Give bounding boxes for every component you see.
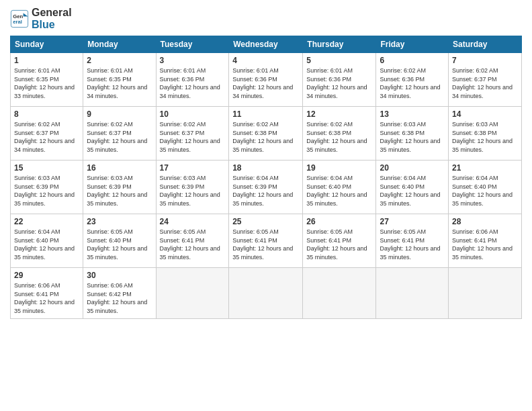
day-number: 15 — [14, 163, 79, 173]
day-cell-30: 30Sunrise: 6:06 AMSunset: 6:42 PMDayligh… — [83, 268, 156, 318]
day-info: Sunrise: 6:04 AMSunset: 6:40 PMDaylight:… — [452, 175, 513, 207]
day-info: Sunrise: 6:01 AMSunset: 6:36 PMDaylight:… — [306, 67, 367, 99]
empty-cell — [303, 268, 376, 318]
day-info: Sunrise: 6:05 AMSunset: 6:40 PMDaylight:… — [87, 228, 147, 261]
logo-blue: Blue — [32, 19, 72, 31]
day-info: Sunrise: 6:03 AMSunset: 6:38 PMDaylight:… — [452, 121, 513, 153]
day-number: 9 — [87, 109, 152, 119]
day-info: Sunrise: 6:05 AMSunset: 6:41 PMDaylight:… — [380, 228, 440, 261]
weekday-header-friday: Friday — [376, 36, 449, 53]
day-number: 27 — [380, 217, 445, 226]
calendar-week-4: 22Sunrise: 6:04 AMSunset: 6:40 PMDayligh… — [11, 214, 522, 268]
day-number: 8 — [14, 109, 79, 119]
day-info: Sunrise: 6:02 AMSunset: 6:37 PMDaylight:… — [452, 67, 513, 99]
day-cell-12: 12Sunrise: 6:02 AMSunset: 6:38 PMDayligh… — [303, 107, 376, 161]
day-info: Sunrise: 6:04 AMSunset: 6:40 PMDaylight:… — [380, 175, 440, 207]
weekday-header-wednesday: Wednesday — [229, 36, 303, 53]
day-info: Sunrise: 6:02 AMSunset: 6:38 PMDaylight:… — [306, 121, 367, 153]
day-info: Sunrise: 6:05 AMSunset: 6:41 PMDaylight:… — [160, 228, 220, 261]
day-number: 28 — [452, 217, 518, 226]
day-info: Sunrise: 6:03 AMSunset: 6:38 PMDaylight:… — [380, 121, 440, 153]
day-info: Sunrise: 6:02 AMSunset: 6:37 PMDaylight:… — [87, 121, 147, 153]
day-cell-22: 22Sunrise: 6:04 AMSunset: 6:40 PMDayligh… — [11, 214, 83, 268]
day-info: Sunrise: 6:02 AMSunset: 6:38 PMDaylight:… — [232, 121, 293, 153]
day-number: 21 — [452, 163, 518, 173]
day-cell-24: 24Sunrise: 6:05 AMSunset: 6:41 PMDayligh… — [156, 214, 229, 268]
calendar-week-3: 15Sunrise: 6:03 AMSunset: 6:39 PMDayligh… — [11, 161, 522, 214]
day-number: 4 — [232, 56, 299, 65]
day-cell-15: 15Sunrise: 6:03 AMSunset: 6:39 PMDayligh… — [11, 161, 83, 214]
day-cell-7: 7Sunrise: 6:02 AMSunset: 6:37 PMDaylight… — [449, 53, 522, 107]
day-cell-2: 2Sunrise: 6:01 AMSunset: 6:35 PMDaylight… — [83, 53, 156, 107]
day-number: 22 — [14, 217, 79, 226]
weekday-header-tuesday: Tuesday — [156, 36, 229, 53]
day-number: 25 — [232, 217, 299, 226]
logo-general: General — [32, 7, 72, 19]
day-cell-13: 13Sunrise: 6:03 AMSunset: 6:38 PMDayligh… — [376, 107, 449, 161]
day-info: Sunrise: 6:03 AMSunset: 6:39 PMDaylight:… — [160, 175, 220, 207]
day-number: 19 — [306, 163, 372, 173]
day-info: Sunrise: 6:04 AMSunset: 6:40 PMDaylight:… — [14, 228, 75, 261]
day-cell-26: 26Sunrise: 6:05 AMSunset: 6:41 PMDayligh… — [303, 214, 376, 268]
calendar-week-1: 1Sunrise: 6:01 AMSunset: 6:35 PMDaylight… — [11, 53, 522, 107]
day-cell-16: 16Sunrise: 6:03 AMSunset: 6:39 PMDayligh… — [83, 161, 156, 214]
day-info: Sunrise: 6:03 AMSunset: 6:39 PMDaylight:… — [14, 175, 75, 207]
empty-cell — [156, 268, 229, 318]
calendar-week-5: 29Sunrise: 6:06 AMSunset: 6:41 PMDayligh… — [11, 268, 522, 318]
day-cell-9: 9Sunrise: 6:02 AMSunset: 6:37 PMDaylight… — [83, 107, 156, 161]
day-cell-27: 27Sunrise: 6:05 AMSunset: 6:41 PMDayligh… — [376, 214, 449, 268]
day-cell-1: 1Sunrise: 6:01 AMSunset: 6:35 PMDaylight… — [11, 53, 83, 107]
day-cell-3: 3Sunrise: 6:01 AMSunset: 6:36 PMDaylight… — [156, 53, 229, 107]
day-info: Sunrise: 6:01 AMSunset: 6:36 PMDaylight:… — [160, 67, 220, 99]
day-number: 17 — [160, 163, 226, 173]
day-cell-28: 28Sunrise: 6:06 AMSunset: 6:41 PMDayligh… — [449, 214, 522, 268]
empty-cell — [376, 268, 449, 318]
day-number: 14 — [452, 109, 518, 119]
day-number: 3 — [160, 56, 226, 65]
logo-icon: Gen eral — [10, 9, 29, 28]
day-info: Sunrise: 6:04 AMSunset: 6:40 PMDaylight:… — [306, 175, 367, 207]
day-number: 29 — [14, 271, 79, 280]
day-info: Sunrise: 6:06 AMSunset: 6:41 PMDaylight:… — [14, 282, 75, 314]
day-number: 5 — [306, 56, 372, 65]
weekday-header-sunday: Sunday — [11, 36, 83, 53]
day-number: 12 — [306, 109, 372, 119]
day-cell-17: 17Sunrise: 6:03 AMSunset: 6:39 PMDayligh… — [156, 161, 229, 214]
day-cell-25: 25Sunrise: 6:05 AMSunset: 6:41 PMDayligh… — [229, 214, 303, 268]
svg-text:Gen: Gen — [13, 13, 23, 19]
day-cell-21: 21Sunrise: 6:04 AMSunset: 6:40 PMDayligh… — [449, 161, 522, 214]
day-cell-11: 11Sunrise: 6:02 AMSunset: 6:38 PMDayligh… — [229, 107, 303, 161]
day-number: 11 — [232, 109, 299, 119]
day-info: Sunrise: 6:03 AMSunset: 6:39 PMDaylight:… — [87, 175, 147, 207]
day-info: Sunrise: 6:02 AMSunset: 6:37 PMDaylight:… — [14, 121, 75, 153]
day-cell-14: 14Sunrise: 6:03 AMSunset: 6:38 PMDayligh… — [449, 107, 522, 161]
logo: Gen eral General Blue — [10, 7, 72, 30]
day-info: Sunrise: 6:06 AMSunset: 6:41 PMDaylight:… — [452, 228, 513, 261]
day-info: Sunrise: 6:05 AMSunset: 6:41 PMDaylight:… — [232, 228, 293, 261]
empty-cell — [449, 268, 522, 318]
day-cell-20: 20Sunrise: 6:04 AMSunset: 6:40 PMDayligh… — [376, 161, 449, 214]
day-cell-4: 4Sunrise: 6:01 AMSunset: 6:36 PMDaylight… — [229, 53, 303, 107]
page: Gen eral General Blue SundayMondayTuesda… — [0, 0, 532, 411]
day-info: Sunrise: 6:06 AMSunset: 6:42 PMDaylight:… — [87, 282, 147, 314]
day-cell-8: 8Sunrise: 6:02 AMSunset: 6:37 PMDaylight… — [11, 107, 83, 161]
weekday-header-thursday: Thursday — [303, 36, 376, 53]
day-number: 24 — [160, 217, 226, 226]
weekday-header-monday: Monday — [83, 36, 156, 53]
day-number: 16 — [87, 163, 152, 173]
day-number: 26 — [306, 217, 372, 226]
weekday-header-row: SundayMondayTuesdayWednesdayThursdayFrid… — [11, 36, 522, 53]
day-cell-29: 29Sunrise: 6:06 AMSunset: 6:41 PMDayligh… — [11, 268, 83, 318]
svg-text:eral: eral — [13, 19, 22, 25]
day-number: 2 — [87, 56, 152, 65]
day-number: 30 — [87, 271, 152, 280]
day-info: Sunrise: 6:02 AMSunset: 6:37 PMDaylight:… — [160, 121, 220, 153]
day-number: 6 — [380, 56, 445, 65]
day-cell-23: 23Sunrise: 6:05 AMSunset: 6:40 PMDayligh… — [83, 214, 156, 268]
day-number: 10 — [160, 109, 226, 119]
day-info: Sunrise: 6:01 AMSunset: 6:35 PMDaylight:… — [14, 67, 75, 99]
day-cell-10: 10Sunrise: 6:02 AMSunset: 6:37 PMDayligh… — [156, 107, 229, 161]
day-info: Sunrise: 6:02 AMSunset: 6:36 PMDaylight:… — [380, 67, 440, 99]
day-info: Sunrise: 6:05 AMSunset: 6:41 PMDaylight:… — [306, 228, 367, 261]
day-info: Sunrise: 6:01 AMSunset: 6:35 PMDaylight:… — [87, 67, 147, 99]
